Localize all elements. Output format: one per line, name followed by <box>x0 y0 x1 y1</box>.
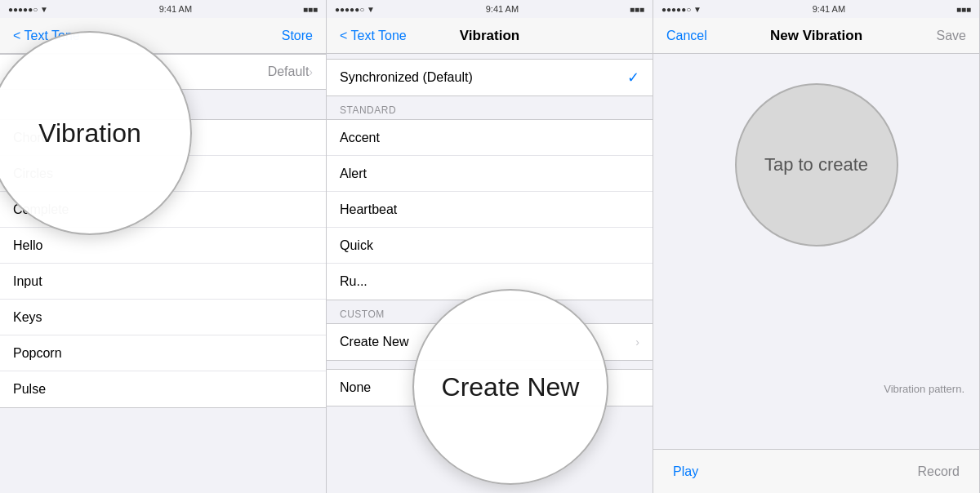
signal-status-2: ●●●●●○ ▼ <box>335 5 375 14</box>
checkmark-icon: ✓ <box>627 69 639 87</box>
list-item-synchronized[interactable]: Synchronized (Default) ✓ <box>327 60 653 95</box>
save-button[interactable]: Save <box>937 29 966 43</box>
nav-title-3: New Vibration <box>770 28 862 44</box>
nav-bar-2: < Text Tone Vibration <box>327 18 653 54</box>
list-item-input[interactable]: Input <box>0 264 326 300</box>
chevron-icon-create: › <box>635 335 639 349</box>
tap-circle-text: Tap to create <box>764 154 868 175</box>
nav-bar-3: Cancel New Vibration Save <box>653 18 979 54</box>
list-item-hello[interactable]: Hello <box>0 228 326 264</box>
battery-3: ■■■ <box>956 5 971 14</box>
list-item-heartbeat[interactable]: Heartbeat <box>327 192 653 228</box>
cancel-button[interactable]: Cancel <box>666 29 707 43</box>
status-bar-1: ●●●●●○ ▼ 9:41 AM ■■■ <box>0 0 326 18</box>
screen-new-vibration: ●●●●●○ ▼ 9:41 AM ■■■ Cancel New Vibratio… <box>653 0 980 493</box>
store-button[interactable]: Store <box>282 29 313 43</box>
signal-status-1: ●●●●●○ ▼ <box>8 5 48 14</box>
time-1: 9:41 AM <box>159 4 192 14</box>
magnifier-create-new-text: Create New <box>442 372 580 402</box>
list-item-popcorn[interactable]: Popcorn <box>0 335 326 371</box>
list-item-alert[interactable]: Alert <box>327 156 653 192</box>
magnifier-vibration-text: Vibration <box>38 118 141 149</box>
battery-2: ■■■ <box>630 5 644 14</box>
screen-vibration: ●●●●●○ ▼ 9:41 AM ■■■ < Text Tone Vibrati… <box>327 0 653 493</box>
screen-text-tone: ●●●●●○ ▼ 9:41 AM ■■■ < Text Tone Store D… <box>0 0 327 493</box>
tap-circle[interactable]: Tap to create <box>735 83 898 246</box>
record-button[interactable]: Record <box>917 464 960 479</box>
list-item-quick[interactable]: Quick <box>327 228 653 264</box>
section-header-standard: STANDARD <box>327 96 653 119</box>
chevron-icon-default: › <box>309 65 313 78</box>
tap-area: Tap to create Vibration pattern. <box>653 54 979 493</box>
play-button[interactable]: Play <box>673 464 698 479</box>
time-2: 9:41 AM <box>486 4 519 14</box>
bottom-toolbar: Play Record <box>653 449 979 493</box>
list-item-pulse[interactable]: Pulse <box>0 371 326 407</box>
nav-title-2: Vibration <box>460 28 519 44</box>
synchronized-section: Synchronized (Default) ✓ <box>327 59 653 96</box>
battery-1: ■■■ <box>303 5 318 14</box>
standard-section: Accent Alert Heartbeat Quick Ru... <box>327 119 653 300</box>
list-item-keys[interactable]: Keys <box>0 300 326 335</box>
status-bar-2: ●●●●●○ ▼ 9:41 AM ■■■ <box>327 0 653 18</box>
signal-status-3: ●●●●●○ ▼ <box>662 5 702 14</box>
vibration-hint: Vibration pattern. <box>884 383 971 395</box>
list-item-accent[interactable]: Accent <box>327 120 653 156</box>
time-3: 9:41 AM <box>813 4 845 14</box>
magnifier-create-new: Create New <box>412 289 608 485</box>
back-button-2[interactable]: < Text Tone <box>340 29 407 43</box>
default-label: Default <box>268 64 310 79</box>
status-bar-3: ●●●●●○ ▼ 9:41 AM ■■■ <box>653 0 979 18</box>
